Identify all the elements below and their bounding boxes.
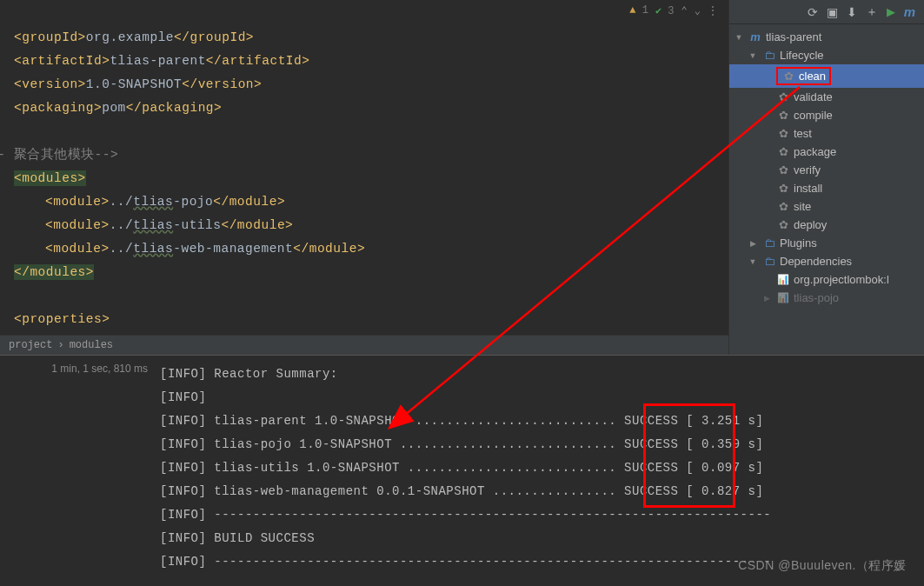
maven-tool-window: ⟳ ▣ ⬇ ＋ ▶ m ▼m tlias-parent ▼🗀 Lifecycle… <box>728 0 924 355</box>
console-line: [INFO] tlias-pojo 1.0-SNAPSHOT .........… <box>160 433 921 456</box>
library-icon: 📊 <box>776 292 790 303</box>
build-console: 1 min, 1 sec, 810 ms [INFO] Reactor Summ… <box>0 355 924 586</box>
lifecycle-package[interactable]: ✿package <box>729 143 924 161</box>
prev-issue-icon[interactable]: ⌃ <box>681 4 688 17</box>
lifecycle-test[interactable]: ✿test <box>729 124 924 143</box>
more-icon[interactable]: ⋮ <box>708 4 718 17</box>
gear-icon: ✿ <box>781 70 795 83</box>
tree-dependencies[interactable]: ▼🗀Dependencies <box>729 252 924 270</box>
breadcrumb-item[interactable]: modules <box>70 339 113 351</box>
lifecycle-validate[interactable]: ✿validate <box>729 88 924 106</box>
lifecycle-compile[interactable]: ✿compile <box>729 106 924 124</box>
checks-indicator[interactable]: ✔ 3 <box>655 4 675 17</box>
gear-icon: ✿ <box>776 145 790 158</box>
tree-plugins[interactable]: ▶🗀Plugins <box>729 234 924 252</box>
console-line: [INFO] tlias-utils 1.0-SNAPSHOT ........… <box>160 456 921 480</box>
gear-icon: ✿ <box>776 109 790 122</box>
gear-icon: ✿ <box>776 218 790 231</box>
tree-project-root[interactable]: ▼m tlias-parent <box>729 28 924 46</box>
lifecycle-site[interactable]: ✿site <box>729 197 924 216</box>
refresh-icon[interactable]: ⟳ <box>808 5 818 19</box>
watermark-text: CSDN @Buuuleven.（程序媛 <box>738 554 907 577</box>
lifecycle-install[interactable]: ✿install <box>729 179 924 197</box>
library-icon: 📊 <box>776 274 790 285</box>
console-output[interactable]: [INFO] Reactor Summary: [INFO] [INFO] tl… <box>156 356 924 586</box>
add-icon[interactable]: ＋ <box>866 4 878 20</box>
next-issue-icon[interactable]: ⌄ <box>695 4 701 17</box>
warning-indicator[interactable]: ▲ 1 <box>629 4 648 17</box>
generate-icon[interactable]: ▣ <box>827 5 838 19</box>
lifecycle-clean[interactable]: ✿ clean <box>729 64 924 88</box>
folder-icon: 🗀 <box>762 236 776 250</box>
console-line: [INFO] Reactor Summary: <box>160 363 921 386</box>
folder-icon: 🗀 <box>762 255 776 268</box>
maven-icon[interactable]: m <box>904 4 915 19</box>
lifecycle-verify[interactable]: ✿verify <box>729 161 924 179</box>
breadcrumb-item[interactable]: project <box>9 339 52 351</box>
gear-icon: ✿ <box>776 163 790 176</box>
maven-module-icon: m <box>748 30 762 43</box>
console-line: [INFO] tlias-web-management 0.0.1-SNAPSH… <box>160 480 921 503</box>
lifecycle-deploy[interactable]: ✿deploy <box>729 216 924 234</box>
tree-lifecycle[interactable]: ▼🗀 Lifecycle <box>729 46 924 64</box>
code-editor[interactable]: <groupId>org.example</groupId> <artifact… <box>0 21 728 335</box>
maven-toolbar: ⟳ ▣ ⬇ ＋ ▶ m <box>729 0 924 24</box>
dependency-tlias[interactable]: ▶📊tlias-pojo <box>729 289 924 307</box>
console-line: [INFO] <box>160 386 921 410</box>
build-timer: 1 min, 1 sec, 810 ms <box>0 356 156 586</box>
download-icon[interactable]: ⬇ <box>847 5 857 19</box>
gear-icon: ✿ <box>776 182 790 195</box>
editor-status-bar: ▲ 1 ✔ 3 ⌃ ⌄ ⋮ <box>0 0 728 21</box>
maven-tree[interactable]: ▼m tlias-parent ▼🗀 Lifecycle ✿ clean ✿va… <box>729 24 924 355</box>
gear-icon: ✿ <box>776 90 790 103</box>
dependency-lombok[interactable]: 📊org.projectlombok:l <box>729 270 924 289</box>
console-line: [INFO] ---------------------------------… <box>160 503 921 527</box>
breadcrumb[interactable]: project › modules <box>0 335 728 355</box>
run-icon[interactable]: ▶ <box>887 5 895 18</box>
console-line: [INFO] tlias-parent 1.0-SNAPSHOT .......… <box>160 410 921 433</box>
console-line: [INFO] BUILD SUCCESS <box>160 527 921 550</box>
gear-icon: ✿ <box>776 127 790 140</box>
gear-icon: ✿ <box>776 200 790 213</box>
folder-icon: 🗀 <box>762 49 776 62</box>
